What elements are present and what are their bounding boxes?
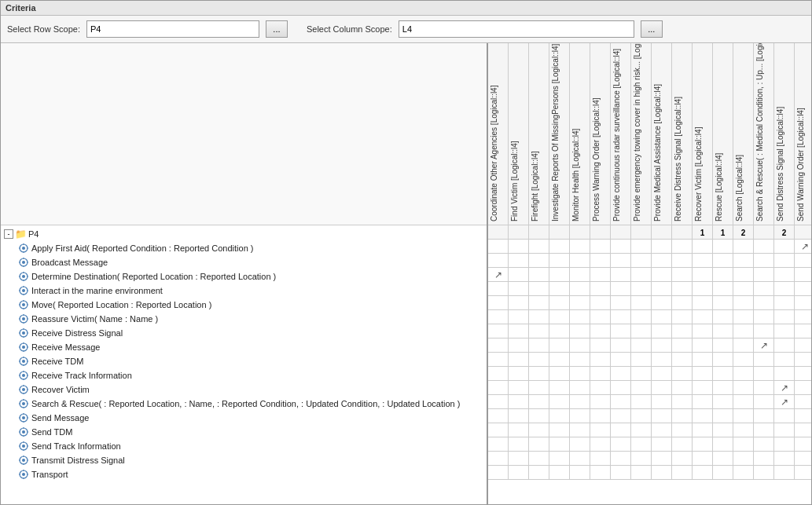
cell-r15-c15 xyxy=(774,437,795,452)
tree-node-r12[interactable]: Search & Rescue( : Reported Location, : … xyxy=(2,397,485,411)
cell-r10-c12 xyxy=(713,367,733,381)
tree-label-r3: Determine Destination( Reported Location… xyxy=(31,272,276,281)
tree-node-r9[interactable]: Receive TDM xyxy=(2,354,485,368)
expand-icon[interactable]: - xyxy=(4,229,13,239)
cell-r2-c9 xyxy=(652,254,672,268)
row-scope-button[interactable]: ... xyxy=(266,20,288,38)
svg-point-91 xyxy=(22,459,25,462)
cell-r4-c11 xyxy=(693,282,713,296)
data-cells-area: 1122↗↗↗↗↗↗ xyxy=(488,225,811,504)
cell-r5-c13 xyxy=(733,296,754,310)
cell-r17-c5 xyxy=(570,466,590,480)
data-row-r2 xyxy=(488,254,811,268)
tree-node-r5[interactable]: Move( Reported Location : Reported Locat… xyxy=(2,298,485,312)
cell-r11-c7 xyxy=(611,381,631,395)
tree-node-r7[interactable]: Receive Distress Signal xyxy=(2,326,485,340)
cell-r5-c5 xyxy=(570,296,590,310)
cell-r3-c2 xyxy=(509,268,529,282)
cell-r9-c5 xyxy=(570,353,590,367)
cell-r5-c4 xyxy=(549,296,570,310)
tree-node-r11[interactable]: Recover Victim xyxy=(2,382,485,397)
cell-r15-c9 xyxy=(652,437,672,452)
number-cell-c14 xyxy=(754,225,774,240)
tree-node-r17[interactable]: Transport xyxy=(2,467,485,481)
cell-r14-c10 xyxy=(672,423,693,437)
cell-r9-c13 xyxy=(733,353,754,367)
numbers-row: 1122 xyxy=(488,225,811,240)
cell-r16-c6 xyxy=(590,452,611,466)
row-scope-input[interactable] xyxy=(86,20,259,38)
cell-r6-c15 xyxy=(774,310,795,324)
cell-r14-c6 xyxy=(590,423,611,437)
tree-label-r12: Search & Rescue( : Reported Location, : … xyxy=(31,399,460,408)
cell-r15-c4 xyxy=(549,437,570,452)
number-cell-c15: 2 xyxy=(774,225,795,240)
tree-node-r15[interactable]: Send Track Information xyxy=(2,439,485,453)
tree-node-r13[interactable]: Send Message xyxy=(2,411,485,425)
col-scope-button[interactable]: ... xyxy=(641,20,663,38)
cell-r11-c12 xyxy=(713,381,733,395)
left-header-spacer xyxy=(1,43,487,225)
cell-r16-c3 xyxy=(529,452,549,466)
cell-r8-c3 xyxy=(529,338,549,353)
col-header-c11: Recover Victim [Logical::l4] xyxy=(693,43,713,225)
cell-r16-c16 xyxy=(795,452,811,466)
data-row-r9 xyxy=(488,353,811,367)
cell-r10-c5 xyxy=(570,367,590,381)
data-row-r1: ↗ xyxy=(488,240,811,254)
cell-r13-c4 xyxy=(549,409,570,423)
tree-node-r14[interactable]: Send TDM xyxy=(2,425,485,439)
tree-node-r2[interactable]: Broadcast Message xyxy=(2,255,485,269)
cell-r12-c2 xyxy=(509,395,529,409)
cell-r7-c6 xyxy=(590,324,611,338)
cell-r11-c15: ↗ xyxy=(774,381,795,395)
cell-r11-c4 xyxy=(549,381,570,395)
tree-root-node[interactable]: - 📁 P4 xyxy=(2,227,485,241)
cell-r16-c8 xyxy=(631,452,652,466)
svg-point-1 xyxy=(22,247,25,250)
tree-label-r4: Interact in the marine environment xyxy=(31,286,163,295)
cell-r1-c1 xyxy=(488,240,509,254)
cell-r14-c9 xyxy=(652,423,672,437)
tree-node-r8[interactable]: Receive Message xyxy=(2,340,485,354)
svg-point-19 xyxy=(22,289,25,292)
cell-r16-c11 xyxy=(693,452,713,466)
cell-r1-c9 xyxy=(652,240,672,254)
data-cells-inner: 1122↗↗↗↗↗↗ xyxy=(488,225,811,480)
cell-r10-c4 xyxy=(549,367,570,381)
tree-node-r3[interactable]: Determine Destination( Reported Location… xyxy=(2,269,485,284)
cell-r13-c11 xyxy=(693,409,713,423)
tree-node-r6[interactable]: Reassure Victim( Name : Name ) xyxy=(2,312,485,326)
cell-r8-c13 xyxy=(733,338,754,353)
svg-point-49 xyxy=(22,360,25,363)
tree-node-r4[interactable]: Interact in the marine environment xyxy=(2,284,485,298)
tree-node-r16[interactable]: Transmit Distress Signal xyxy=(2,453,485,467)
number-cell-c9 xyxy=(652,225,672,240)
tree-node-r1[interactable]: Apply First Aid( Reported Condition : Re… xyxy=(2,241,485,255)
cell-r3-c14 xyxy=(754,268,774,282)
tree-children: Apply First Aid( Reported Condition : Re… xyxy=(2,241,485,481)
cell-r1-c6 xyxy=(590,240,611,254)
tree-node-r10[interactable]: Receive Track Information xyxy=(2,368,485,382)
cell-r13-c2 xyxy=(509,409,529,423)
cell-r7-c10 xyxy=(672,324,693,338)
cell-r14-c2 xyxy=(509,423,529,437)
cell-r1-c3 xyxy=(529,240,549,254)
col-scope-label: Select Column Scope: xyxy=(307,24,392,34)
col-scope-input[interactable] xyxy=(399,20,634,38)
cell-r8-c1 xyxy=(488,338,509,353)
col-header-c9: Provide Medical Assistance [Logical::l4] xyxy=(652,43,672,225)
cell-r11-c11 xyxy=(693,381,713,395)
cell-r12-c12 xyxy=(713,395,733,409)
cell-r14-c11 xyxy=(693,423,713,437)
cell-r5-c15 xyxy=(774,296,795,310)
cell-r11-c1 xyxy=(488,381,509,395)
cell-r8-c15 xyxy=(774,338,795,353)
data-row-r17 xyxy=(488,466,811,480)
col-header-c7: Provide continuous radar surveillance [L… xyxy=(611,43,631,225)
cell-r4-c6 xyxy=(590,282,611,296)
cell-r17-c10 xyxy=(672,466,693,480)
cell-r13-c9 xyxy=(652,409,672,423)
tree-label-r5: Move( Reported Location : Reported Locat… xyxy=(31,300,211,309)
cell-r7-c1 xyxy=(488,324,509,338)
